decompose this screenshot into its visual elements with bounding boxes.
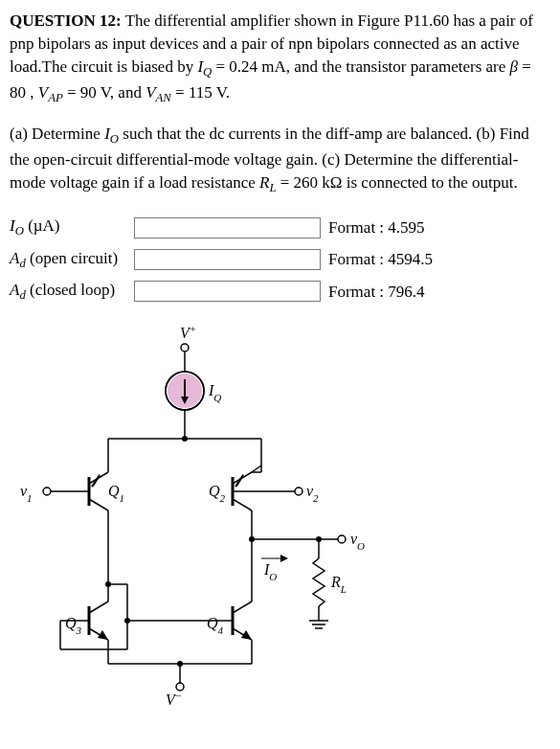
part-a-suffix: such that the dc currents in the diff-am… [123, 125, 476, 143]
io-format: Format : 4.595 [328, 216, 425, 239]
rl-resistor [313, 558, 325, 606]
q2-label: Q2 [209, 483, 226, 504]
beta-symbol: β [510, 57, 518, 76]
io-sub: O [15, 225, 24, 238]
v2-terminal [295, 488, 302, 495]
v-plus-terminal [181, 344, 189, 352]
q1-label: Q1 [108, 483, 124, 504]
v-plus-label: V+ [180, 324, 196, 341]
v-minus-label: V− [166, 690, 182, 707]
van-symbol: V [146, 83, 155, 102]
circuit-svg: V+ IQ Q1 v1 [17, 324, 371, 707]
van-sub: AN [156, 91, 171, 104]
ad-closed-note: (closed loop) [26, 281, 115, 299]
ad-open-symbol: A [10, 249, 19, 267]
answer-label-io: IO (µA) [10, 215, 134, 240]
io-arrow-head [280, 555, 288, 562]
van-value: = 115 V. [175, 83, 230, 102]
vo-label: vO [350, 531, 365, 552]
io-label: IO [263, 561, 277, 582]
rl-sub: L [269, 181, 276, 194]
rl-label: RL [330, 574, 347, 595]
ad-open-note: (open circuit) [26, 249, 118, 267]
vap-value: = 90 V, and [67, 83, 146, 102]
ad-closed-format: Format : 796.4 [328, 281, 425, 304]
answer-label-ad-open: Ad (open circuit) [10, 247, 134, 273]
circuit-diagram: V+ IQ Q1 v1 [17, 324, 550, 714]
part-a-io-sub: O [110, 132, 119, 146]
ad-open-input[interactable] [134, 249, 321, 270]
vap-sub: AP [48, 91, 63, 104]
problem-statement: QUESTION 12: The differential amplifier … [10, 10, 550, 107]
rl-value: = 260 kΩ is connected to the output. [280, 173, 518, 192]
q1-collector-line [89, 499, 108, 511]
answer-label-ad-closed: Ad (closed loop) [10, 279, 134, 305]
q4-collector-line [233, 601, 252, 613]
node [124, 618, 130, 624]
v1-label: v1 [20, 483, 33, 504]
io-input[interactable] [134, 217, 321, 238]
q3-collector-line [89, 601, 108, 613]
question-parts: (a) Determine IO such that the dc curren… [10, 123, 550, 197]
v1-terminal [43, 488, 51, 495]
q4-label: Q4 [207, 615, 224, 636]
vo-terminal [338, 535, 346, 543]
answer-section: IO (µA) Format : 4.595 Ad (open circuit)… [10, 215, 550, 305]
iq-value: = 0.24 mA, and the transistor parameters… [216, 57, 510, 76]
part-a-prefix: (a) Determine [10, 125, 104, 143]
iq-label: IQ [208, 382, 221, 403]
rl-symbol: R [259, 173, 269, 192]
ad-closed-symbol: A [10, 281, 19, 299]
vap-symbol: V [38, 83, 48, 102]
ad-closed-input[interactable] [134, 281, 321, 302]
answer-row-ad-open: Ad (open circuit) Format : 4594.5 [10, 247, 550, 273]
answer-row-ad-closed: Ad (closed loop) Format : 796.4 [10, 279, 550, 305]
q2-collector-line [233, 499, 252, 511]
wire [252, 465, 261, 472]
io-unit: (µA) [24, 216, 60, 235]
ad-open-format: Format : 4594.5 [328, 248, 433, 271]
q3-label: Q3 [65, 615, 82, 636]
answer-row-io: IO (µA) Format : 4.595 [10, 215, 550, 240]
iq-sub: Q [203, 65, 212, 79]
v2-label: v2 [306, 483, 319, 504]
question-number: QUESTION 12: [10, 11, 122, 30]
